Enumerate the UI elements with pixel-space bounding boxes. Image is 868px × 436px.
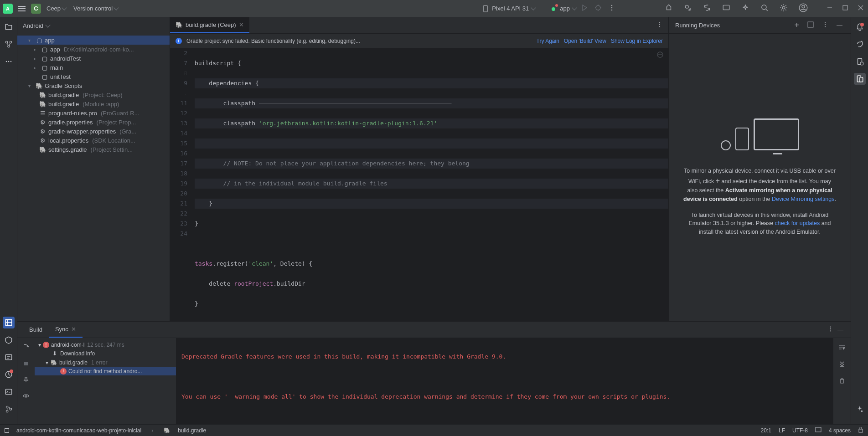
editor-tab[interactable]: 🐘 build.gradle (Ceep) ✕ (170, 17, 249, 33)
svg-rect-7 (723, 5, 729, 10)
close-tab-icon[interactable]: ✕ (239, 21, 244, 28)
sync-tab[interactable]: Sync ✕ (49, 322, 83, 338)
project-view-selector[interactable]: Android (17, 17, 170, 34)
build-icon[interactable] (663, 2, 675, 15)
build-tree-item[interactable]: ⬇ Download info (35, 349, 176, 358)
device-mirroring-settings-link[interactable]: Device Mirroring settings (772, 196, 835, 202)
build-tab[interactable]: Build (23, 322, 49, 338)
code-editor[interactable]: 2789.1112131415161718192021222324 builds… (170, 48, 668, 321)
minimize-panel-icon[interactable]: — (836, 324, 845, 335)
code-content[interactable]: buildscript { dependencies { classpath c… (193, 48, 668, 321)
project-tree[interactable]: ▾ ▢ app ▸ ▢ app D:\Kotlin\android-com-ko… (17, 34, 170, 321)
debug-button[interactable] (593, 2, 604, 15)
stop-icon[interactable] (21, 359, 31, 370)
tree-item-app-root[interactable]: ▾ ▢ app (17, 36, 170, 45)
build-output[interactable]: Deprecated Gradle features were used in … (176, 338, 833, 424)
device-selector[interactable]: Pixel 4 API 31 (482, 5, 535, 12)
clear-icon[interactable] (837, 375, 847, 388)
panel-options-icon[interactable] (820, 20, 830, 31)
panel-options-icon[interactable] (826, 324, 836, 335)
lock-icon[interactable] (858, 426, 863, 434)
tree-item[interactable]: ▸ ▢ main (17, 63, 170, 72)
profiler-button[interactable] (3, 369, 15, 380)
inspections-icon[interactable] (656, 51, 664, 62)
run-config-selector[interactable]: app (550, 5, 576, 12)
gradle-button[interactable] (854, 38, 866, 50)
minimize-panel-icon[interactable]: — (835, 20, 844, 31)
device-manager-icon[interactable] (720, 2, 732, 15)
close-tab-icon[interactable]: ✕ (71, 326, 76, 333)
project-dropdown[interactable]: Ceep (45, 4, 68, 13)
breadcrumb-root[interactable]: android-com-kotlin-comunicacao-web-proje… (16, 427, 141, 434)
account-icon[interactable] (797, 1, 810, 15)
tree-item[interactable]: 🐘 settings.gradle (Project Settin... (17, 145, 170, 154)
device-manager-button[interactable] (854, 56, 866, 67)
more-actions-button[interactable] (606, 2, 617, 15)
breadcrumb-root-icon[interactable] (5, 428, 9, 433)
check-updates-link[interactable]: check for updates (775, 220, 820, 226)
settings-icon[interactable] (778, 2, 790, 15)
breadcrumb-file[interactable]: build.gradle (178, 427, 206, 434)
soft-wrap-icon[interactable] (837, 342, 847, 354)
build-tree-error-item[interactable]: ! Could not find method andro... (35, 367, 176, 375)
tree-item[interactable]: ▸ ▢ app D:\Kotlin\android-com-ko... (17, 45, 170, 54)
running-devices-button[interactable] (854, 73, 866, 85)
tree-item[interactable]: 🐘 build.gradle (Project: Ceep) (17, 90, 170, 99)
tree-item[interactable]: ☰ proguard-rules.pro (ProGuard R... (17, 108, 170, 118)
build-tree-item[interactable]: ▾ 🐘 build.gradle 1 error (35, 358, 176, 367)
indent-setting[interactable]: 4 spaces (829, 427, 851, 434)
open-build-link[interactable]: Open 'Build' View (564, 38, 606, 44)
vcs-label: Version control (73, 5, 113, 12)
resource-manager-button[interactable] (3, 317, 15, 328)
encoding[interactable]: UTF-8 (792, 427, 808, 434)
tab-options-icon[interactable] (655, 20, 665, 31)
ai-button[interactable] (854, 403, 866, 415)
tree-item[interactable]: 🐘 build.gradle (Module :app) (17, 99, 170, 108)
show-log-link[interactable]: Show Log in Explorer (611, 38, 663, 44)
search-icon[interactable] (759, 2, 770, 15)
chevron-down-icon (62, 5, 67, 10)
line-ending[interactable]: LF (779, 427, 785, 434)
sync-icon[interactable] (701, 2, 713, 15)
structure-tool-button[interactable] (3, 38, 15, 50)
gradle-icon: 🐘 (36, 82, 43, 89)
more-tool-button[interactable] (3, 56, 15, 67)
run-button[interactable] (579, 2, 590, 15)
build-tree[interactable]: ▾ ! android-com-l 12 sec, 247 ms ⬇ Downl… (35, 338, 176, 424)
minimize-button[interactable] (825, 3, 834, 14)
project-badge: C (31, 4, 41, 14)
project-tool-button[interactable] (3, 21, 15, 33)
add-device-button[interactable]: + (792, 19, 801, 32)
reader-mode-icon[interactable] (815, 426, 822, 434)
try-again-link[interactable]: Try Again (537, 38, 559, 44)
tree-item-gradle-scripts[interactable]: ▾ 🐘 Gradle Scripts (17, 81, 170, 90)
svg-rect-30 (808, 22, 813, 27)
vcs-button[interactable] (3, 403, 15, 415)
tree-item[interactable]: ⚙ gradle.properties (Project Prop... (17, 118, 170, 127)
notifications-button[interactable] (854, 21, 866, 33)
title-bar: A C Ceep Version control Pixel 4 API 31 … (0, 0, 868, 17)
svg-point-1 (552, 7, 555, 11)
running-devices-panel: Running Devices + — To mirror a physical… (668, 17, 851, 321)
scroll-to-end-icon[interactable] (837, 359, 847, 371)
build-variants-button[interactable] (3, 351, 15, 363)
vcs-dropdown[interactable]: Version control (72, 4, 120, 13)
gradle-file-icon: 🐘 (39, 146, 46, 153)
build-tree-root[interactable]: ▾ ! android-com-l 12 sec, 247 ms (35, 341, 176, 349)
view-icon[interactable] (21, 390, 31, 403)
app-quality-button[interactable] (3, 334, 15, 346)
tree-item[interactable]: ⚙ gradle-wrapper.properties (Gra... (17, 127, 170, 136)
cursor-position[interactable]: 20:1 (761, 427, 771, 434)
window-icon[interactable] (806, 20, 816, 31)
terminal-button[interactable] (3, 386, 15, 398)
maximize-button[interactable] (841, 3, 850, 14)
pin-icon[interactable] (21, 374, 31, 386)
ai-assistant-icon[interactable] (739, 2, 751, 15)
close-button[interactable] (856, 3, 865, 14)
tree-item[interactable]: ▢ unitTest (17, 72, 170, 81)
tree-item[interactable]: ⚙ local.properties (SDK Location... (17, 136, 170, 145)
code-with-me-icon[interactable] (682, 2, 694, 15)
main-menu-button[interactable] (16, 4, 27, 13)
rerun-icon[interactable] (21, 342, 31, 354)
tree-item[interactable]: ▸ ▢ androidTest (17, 54, 170, 63)
